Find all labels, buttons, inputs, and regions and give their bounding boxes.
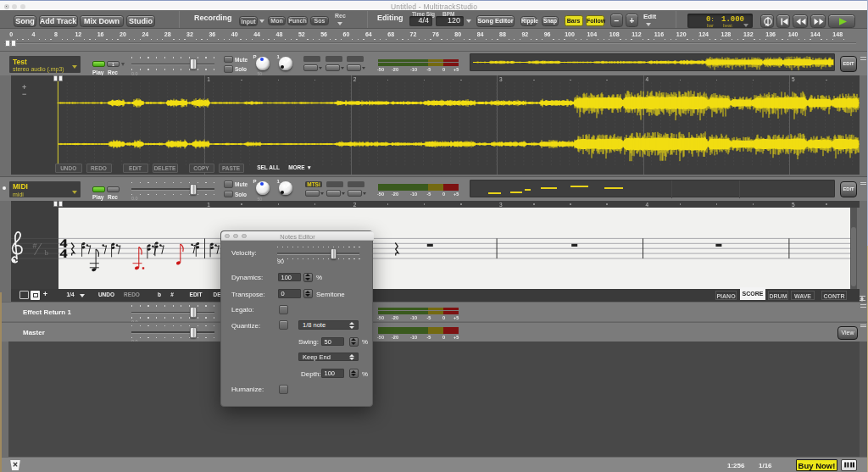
svg-text:#: # <box>33 242 37 250</box>
svg-text:b: b <box>45 248 49 257</box>
